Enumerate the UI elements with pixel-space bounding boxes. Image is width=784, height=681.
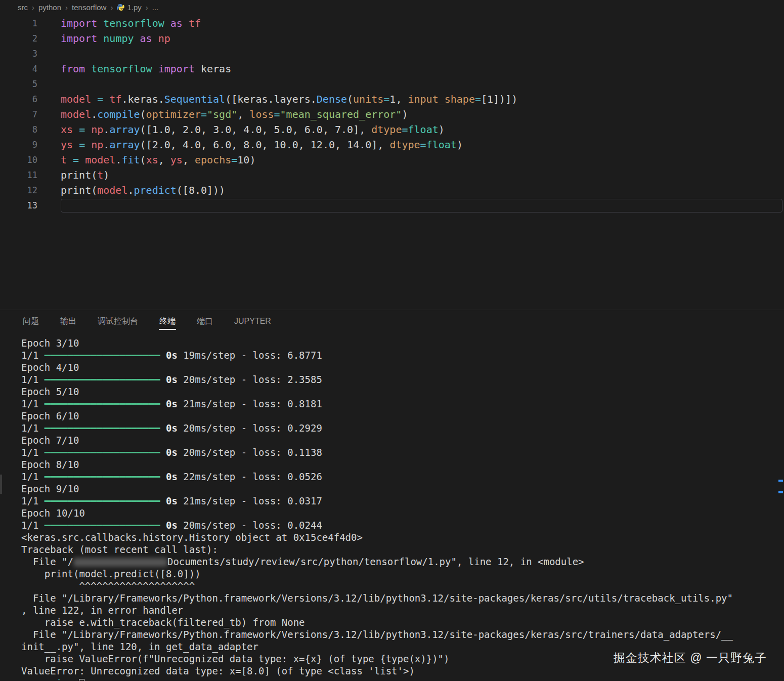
code-token: fit <box>121 154 140 166</box>
breadcrumb-item-file[interactable]: 1.py <box>117 3 141 12</box>
code-token: float <box>408 123 439 136</box>
code-token <box>134 32 140 45</box>
breadcrumb-item-label: tensorflow <box>72 3 106 12</box>
chevron-right-icon: › <box>32 3 34 12</box>
panel-tab-terminal[interactable]: 终端 <box>159 311 176 332</box>
terminal-text: raise ValueError(f"Unrecognized data typ… <box>21 653 449 664</box>
terminal-line: File "/Documents/study/review/src/python… <box>21 556 784 568</box>
terminal-text-bold: 0s <box>166 447 178 458</box>
overview-ruler-mark <box>778 491 783 493</box>
code-token: Dense <box>317 93 347 105</box>
terminal-text: Epoch 6/10 <box>21 410 79 421</box>
code-token: compile <box>97 108 140 120</box>
terminal-line: Epoch 3/10 <box>21 337 784 349</box>
code-token: tf <box>189 17 201 29</box>
code-token: = <box>79 123 85 136</box>
code-token: 3.0 <box>213 123 231 136</box>
line-number: 2 <box>0 33 37 44</box>
code-token: , <box>201 139 213 151</box>
code-line-12[interactable]: 12print(model.predict([8.0])) <box>0 183 784 198</box>
panel-tab-debug-console[interactable]: 调试控制台 <box>97 311 139 332</box>
panel-tab-jupyter[interactable]: JUPYTER <box>234 311 272 331</box>
code-token: = <box>97 93 103 105</box>
terminal-text: 1/1 <box>21 422 45 434</box>
code-token: = <box>73 154 79 166</box>
code-token: model <box>61 93 91 105</box>
line-number: 1 <box>0 18 37 28</box>
code-line-5[interactable]: 5 <box>0 76 784 92</box>
line-number: 5 <box>0 79 37 89</box>
breadcrumb-item-symbols[interactable]: ... <box>152 3 159 12</box>
code-line-8[interactable]: 8xs = np.array([1.0, 2.0, 3.0, 4.0, 5.0,… <box>0 122 784 137</box>
chevron-right-icon: › <box>65 3 68 12</box>
code-token: 1 <box>389 93 396 105</box>
panel-tab-output[interactable]: 输出 <box>60 311 77 332</box>
code-line-3[interactable]: 3 <box>0 46 784 61</box>
code-token: print( <box>61 169 97 181</box>
code-token: . <box>115 154 121 166</box>
code-text: model.compile(optimizer="sgd", loss="mea… <box>61 107 408 122</box>
code-token: 6.0 <box>304 123 323 136</box>
terminal-text: 21ms/step - loss: 0.8181 <box>178 398 322 409</box>
panel-tab-problems[interactable]: 问题 <box>22 311 39 332</box>
code-token: . <box>91 108 97 120</box>
terminal-line: <keras.src.callbacks.history.History obj… <box>21 531 784 543</box>
terminal-text: Epoch 7/10 <box>21 435 79 446</box>
code-line-4[interactable]: 4from tensorflow import keras <box>0 61 784 76</box>
code-editor[interactable]: 1import tensorflow as tf2import numpy as… <box>0 14 784 310</box>
code-token: 12.0 <box>311 139 335 151</box>
breadcrumb-item-label: ... <box>152 3 159 12</box>
code-text: xs = np.array([1.0, 2.0, 3.0, 4.0, 5.0, … <box>61 122 445 137</box>
terminal-line: , line 122, in error_handler <box>21 604 784 616</box>
code-token: tf <box>109 93 121 105</box>
line-number: 6 <box>0 94 37 104</box>
code-token <box>103 93 109 105</box>
line-number: 12 <box>0 185 37 195</box>
terminal-line: Epoch 6/10 <box>21 410 784 422</box>
panel-tab-ports[interactable]: 端口 <box>196 311 213 332</box>
breadcrumb-item-src[interactable]: src <box>18 3 28 12</box>
code-token: ys <box>170 154 183 166</box>
code-token: 4.0 <box>243 123 262 136</box>
code-token: = <box>79 139 85 151</box>
code-line-2[interactable]: 2import numpy as np <box>0 31 784 46</box>
code-line-11[interactable]: 11print(t) <box>0 167 784 183</box>
code-token: 2.0 <box>152 139 170 151</box>
terminal-line: 1/1 ━━━━━━━━━━━━━━━━━━━━ 0s 21ms/step - … <box>21 398 784 410</box>
breadcrumb-item-python[interactable]: python <box>38 3 61 12</box>
code-token: , <box>158 154 170 166</box>
terminal-line: Epoch 9/10 <box>21 483 784 495</box>
code-token: = <box>274 108 280 120</box>
breadcrumb-item-tensorflow[interactable]: tensorflow <box>72 3 106 12</box>
code-token: model <box>97 184 127 196</box>
code-token: . <box>103 139 109 151</box>
code-token: "sgd" <box>207 108 237 120</box>
code-token: , <box>262 123 274 136</box>
code-token: keras.layers. <box>237 93 317 105</box>
code-token: dtype <box>371 123 402 136</box>
code-token: 8.0 <box>243 139 262 151</box>
code-token <box>97 17 103 29</box>
code-line-6[interactable]: 6model = tf.keras.Sequential([keras.laye… <box>0 92 784 107</box>
code-token: np <box>158 32 170 45</box>
terminal-text: File "/Library/Frameworks/Python.framewo… <box>21 592 733 604</box>
terminal-output[interactable]: Epoch 3/101/1 ━━━━━━━━━━━━━━━━━━━━ 0s 19… <box>0 332 784 681</box>
terminal-text: 20ms/step - loss: 2.3585 <box>178 374 322 385</box>
code-line-1[interactable]: 1import tensorflow as tf <box>0 16 784 31</box>
code-line-7[interactable]: 7model.compile(optimizer="sgd", loss="me… <box>0 107 784 122</box>
code-token <box>195 63 201 75</box>
code-token: numpy <box>103 32 134 45</box>
code-token <box>73 139 79 151</box>
terminal-text: ^^^^^^^^^^^^^^^^^^^^ <box>21 580 195 591</box>
code-line-13[interactable]: 13 <box>0 198 784 213</box>
progress-bar: ━━━━━━━━━━━━━━━━━━━━ <box>45 422 160 434</box>
terminal-text: 20ms/step - loss: 0.1138 <box>178 447 322 458</box>
code-token: = <box>201 108 207 120</box>
code-token: , <box>183 154 195 166</box>
terminal-line: 1/1 ━━━━━━━━━━━━━━━━━━━━ 0s 20ms/step - … <box>21 519 784 531</box>
code-token: array <box>109 123 140 136</box>
code-token: loss <box>249 108 274 120</box>
terminal-text <box>160 471 166 482</box>
code-line-10[interactable]: 10t = model.fit(xs, ys, epochs=10) <box>0 152 784 167</box>
code-line-9[interactable]: 9ys = np.array([2.0, 4.0, 6.0, 8.0, 10.0… <box>0 137 784 152</box>
